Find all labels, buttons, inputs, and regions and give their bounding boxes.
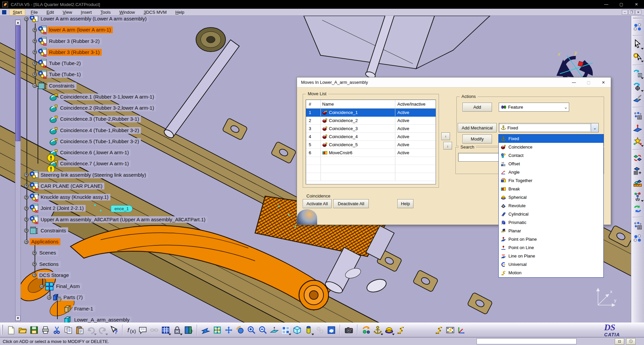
expand-icon[interactable]: +: [24, 173, 29, 177]
dropdown-option-fixed[interactable]: Fixed: [499, 134, 603, 143]
menu-insert[interactable]: Insert: [78, 9, 95, 15]
add-button[interactable]: Add: [462, 103, 492, 112]
dropdown-option-spherical[interactable]: Spherical: [499, 193, 603, 202]
open-icon[interactable]: [17, 325, 28, 335]
design-table-icon[interactable]: [160, 325, 170, 335]
rules-icon[interactable]: }=: [183, 325, 193, 335]
tree-item-constraints[interactable]: −Constraints: [33, 81, 77, 91]
dropdown-arrow-icon[interactable]: [641, 77, 644, 79]
dropdown-arrow-icon[interactable]: [641, 145, 644, 147]
move-list-table[interactable]: #NameActive/Inactive 1Coincidence_1Activ…: [306, 100, 436, 184]
expand-icon[interactable]: +: [24, 217, 29, 222]
dropdown-option-line-on-plane[interactable]: Line on Plane: [499, 252, 603, 260]
formula-fx-icon[interactable]: f(x): [126, 325, 136, 335]
expand-icon[interactable]: +: [33, 39, 37, 43]
menu-help[interactable]: Help: [172, 9, 188, 15]
expand-icon[interactable]: +: [24, 206, 29, 211]
expand-icon[interactable]: +: [33, 72, 37, 77]
whats-this-icon[interactable]: ?: [109, 325, 119, 335]
print-icon[interactable]: [40, 325, 50, 335]
tree-item-rubber[interactable]: +Rubber 3 (Rubber 3-2): [33, 37, 102, 46]
deactivate-all-button[interactable]: Deactivate All: [333, 199, 369, 208]
tree-item-coincidence.1[interactable]: Coincidence.1 (Rubber 3-1,lower A arm-1): [49, 92, 156, 102]
tree-item-frame-1[interactable]: Frame-1: [63, 304, 95, 313]
tree-item-lower[interactable]: +lower A arm (lower A arm-1): [33, 25, 113, 35]
menu-tools[interactable]: Tools: [97, 9, 114, 15]
add-mechanical-button[interactable]: Add Mechanical: [458, 123, 497, 132]
dropdown-arrow-icon[interactable]: [641, 90, 644, 92]
dialog-minimize-button[interactable]: —: [566, 77, 581, 88]
menu-view[interactable]: View: [59, 9, 76, 15]
activate-all-button[interactable]: Activate All: [303, 199, 332, 208]
dialog-toggle-button[interactable]: ⊡: [615, 338, 624, 345]
chevron-down-icon[interactable]: ⌄: [591, 123, 598, 132]
collapse-icon[interactable]: −: [24, 240, 29, 244]
dropdown-arrow-icon[interactable]: [94, 334, 97, 335]
dropdown-option-fix-together[interactable]: Fix Together: [499, 176, 603, 185]
dropdown-arrow-icon[interactable]: [180, 334, 183, 335]
dropdown-arrow-icon[interactable]: [105, 334, 108, 335]
tree-item-knuckle[interactable]: +Knuckle assy (Knuckle assy.1): [24, 192, 110, 202]
paste-icon[interactable]: [75, 325, 85, 335]
help-button[interactable]: Help: [397, 199, 413, 208]
tree-item-upper[interactable]: +Upper A arm assembly_AllCATPart (Upper …: [24, 215, 207, 224]
normal-view-icon[interactable]: [269, 325, 279, 335]
smart-move-icon[interactable]: [632, 136, 643, 147]
close-button[interactable]: ✕: [629, 0, 644, 9]
dropdown-option-offset[interactable]: Offset: [499, 160, 603, 168]
multi-view-icon[interactable]: [281, 325, 291, 335]
menu-3dcs-mvm[interactable]: 3DCS MVM: [140, 9, 170, 15]
tree-item-final_asm[interactable]: −Final_Asm: [40, 282, 82, 291]
lock-icon[interactable]: [172, 325, 182, 335]
smart-pick-icon[interactable]: [632, 51, 643, 62]
tree-item-steering[interactable]: +Steering link assembly (Steering link a…: [24, 170, 148, 180]
tree-item-coincidence.4[interactable]: Coincidence.4 (Tube-1,Rubber 3-2): [49, 126, 141, 135]
clean-part-icon[interactable]: [632, 94, 643, 104]
tree-item-coincidence.7[interactable]: Coincidence.7 (,lower A arm-1): [49, 159, 131, 168]
move-down-button[interactable]: ↓: [443, 142, 452, 150]
iso-view-icon[interactable]: [292, 325, 302, 335]
collapse-icon[interactable]: −: [40, 284, 44, 289]
collapse-icon[interactable]: −: [47, 295, 51, 300]
expand-icon[interactable]: +: [32, 262, 37, 266]
dropdown-arrow-icon[interactable]: [289, 334, 291, 335]
toolbar-grip[interactable]: [633, 17, 642, 19]
comment-icon[interactable]: [138, 325, 148, 335]
dropdown-option-break[interactable]: Break: [499, 185, 603, 193]
update-all-icon[interactable]: [632, 204, 643, 214]
tree-item-coincidence.5[interactable]: Coincidence.5 (Tube-1,Rubber 3-2): [49, 137, 141, 146]
dropdown-option-cylindrical[interactable]: Cylindrical: [499, 210, 603, 218]
simulation-icon[interactable]: [434, 325, 444, 335]
tree-item-car[interactable]: +CAR PLANE (CAR PLANE): [24, 181, 104, 191]
menu-edit[interactable]: Edit: [43, 9, 57, 15]
chevron-down-icon[interactable]: ⌄: [563, 105, 569, 110]
expand-icon[interactable]: +: [24, 184, 29, 188]
expand-icon[interactable]: +: [24, 228, 29, 233]
move-row-coincidence_2[interactable]: 2Coincidence_2Active: [306, 117, 436, 125]
collapse-icon[interactable]: −: [32, 273, 37, 277]
expand-icon[interactable]: +: [24, 195, 29, 199]
dropdown-arrow-icon[interactable]: [311, 334, 314, 335]
tree-item-applications[interactable]: −Applications: [24, 237, 60, 246]
zoom-in-icon[interactable]: [246, 325, 256, 335]
swap-components-icon[interactable]: [632, 153, 643, 163]
tree-item-rubber[interactable]: +Rubber 3 (Rubber 3-1): [33, 48, 102, 57]
dropdown-option-motion[interactable]: Motion: [499, 269, 603, 277]
toolbar-grip[interactable]: [2, 325, 3, 335]
move-up-button[interactable]: ↑: [441, 132, 450, 140]
film-player-icon[interactable]: [445, 325, 455, 335]
dropdown-option-coincidence[interactable]: Coincidence: [499, 143, 603, 151]
turntable-icon[interactable]: [361, 325, 371, 335]
expand-icon[interactable]: +: [32, 251, 37, 255]
dropdown-arrow-icon[interactable]: [641, 61, 644, 62]
select-icon[interactable]: [632, 39, 643, 49]
move-row-coincidence_3[interactable]: 3Coincidence_3Active: [306, 125, 436, 133]
dropdown-option-point-on-line[interactable]: Point on Line: [499, 243, 603, 252]
menu-file[interactable]: File: [27, 9, 41, 15]
cut-icon[interactable]: [52, 325, 62, 335]
product-graph-icon[interactable]: [632, 110, 643, 121]
expand-icon[interactable]: +: [33, 50, 37, 54]
menu-start[interactable]: Start: [9, 9, 25, 15]
dropdown-option-point-on-plane[interactable]: Point on Plane: [499, 235, 603, 243]
move-row-coincidence_4[interactable]: 4Coincidence_4Active: [306, 133, 436, 141]
